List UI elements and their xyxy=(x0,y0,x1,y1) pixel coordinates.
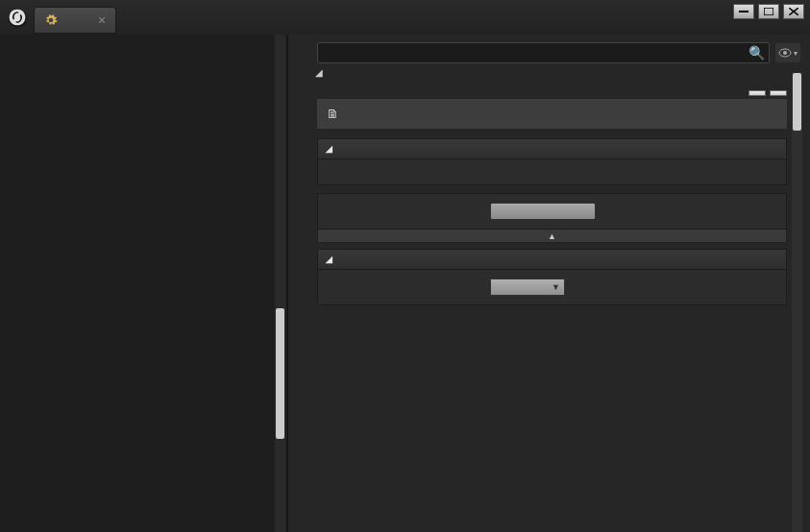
content-panel: 🔍 ▾ ◢ 🗎 ◢ xyxy=(288,35,810,532)
scrollbar-thumb[interactable] xyxy=(276,308,284,439)
property-row: ▼ xyxy=(318,276,786,299)
close-button[interactable] xyxy=(783,4,804,19)
gear-icon xyxy=(44,13,58,27)
maximize-button[interactable] xyxy=(758,4,779,19)
close-icon[interactable]: × xyxy=(98,12,106,28)
chevron-up-icon: ▲ xyxy=(548,231,556,241)
scrollbar-track[interactable] xyxy=(275,35,285,532)
property-combo[interactable]: ▼ xyxy=(490,278,565,296)
chevron-down-icon: ▼ xyxy=(552,282,560,292)
search-input[interactable]: 🔍 xyxy=(317,42,770,63)
import-button[interactable] xyxy=(770,90,787,96)
info-icon: 🗎 xyxy=(327,107,339,121)
minimize-button[interactable] xyxy=(733,4,754,19)
info-bar: 🗎 xyxy=(317,99,787,129)
collapse-icon[interactable]: ◢ xyxy=(315,67,323,78)
view-options-button[interactable]: ▾ xyxy=(775,43,800,62)
expand-bar[interactable]: ▲ xyxy=(317,230,787,243)
page-subtitle xyxy=(288,84,810,99)
sidebar xyxy=(0,35,288,532)
eye-icon xyxy=(778,48,792,58)
scrollbar-thumb[interactable] xyxy=(793,73,801,131)
scrollbar-track[interactable] xyxy=(792,73,802,532)
chevron-down-icon: ▾ xyxy=(794,49,798,58)
tab-project-settings[interactable]: × xyxy=(35,8,115,33)
search-field[interactable] xyxy=(322,46,749,60)
export-button[interactable] xyxy=(749,90,766,96)
svg-rect-0 xyxy=(739,11,749,12)
section-header-partner-center[interactable]: ◢ xyxy=(317,138,787,159)
svg-point-5 xyxy=(783,51,787,55)
chevron-down-icon: ◢ xyxy=(326,254,332,264)
svg-rect-1 xyxy=(764,8,773,15)
app-logo xyxy=(0,0,35,35)
chevron-down-icon: ◢ xyxy=(326,144,332,154)
search-icon: 🔍 xyxy=(749,45,765,60)
titlebar: × xyxy=(0,0,810,35)
section-header-audio[interactable]: ◢ xyxy=(317,249,787,270)
property-row xyxy=(318,200,786,223)
partner-center-link[interactable] xyxy=(318,165,786,179)
property-input[interactable] xyxy=(490,203,596,220)
